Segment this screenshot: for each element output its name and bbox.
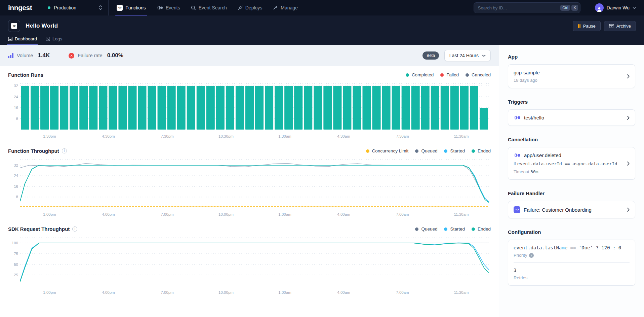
chevron-right-icon (627, 115, 630, 120)
failure-value: 0.00% (107, 52, 123, 59)
legend-label: Failed (446, 72, 459, 77)
brand-text: inngest (8, 4, 32, 12)
legend-label: Completed (412, 72, 434, 77)
nav-label: Event Search (199, 5, 227, 10)
tab-label: Dashboard (15, 36, 37, 41)
chart-title: SDK Request Throughput (8, 226, 70, 232)
info-icon[interactable]: i (529, 253, 534, 258)
trigger-card[interactable]: test/hello (508, 109, 635, 126)
configuration-card: event.data.lastName == 'Doe' ? 120 : 0 P… (508, 240, 635, 286)
app-heading: App (508, 54, 635, 60)
app-card[interactable]: gcp-sample 18 days ago (508, 64, 635, 88)
legend-label: Started (450, 226, 465, 232)
trigger-name: test/hello (524, 115, 544, 120)
legend-label: Concurrency Limit (372, 148, 409, 153)
legend-label: Ended (478, 148, 491, 153)
failure-handler-card[interactable]: <> Failure: Customer Onboarding (508, 201, 635, 218)
cancellation-expression: If event.data.userId == async.data.userI… (514, 161, 623, 166)
time-range-dropdown[interactable]: Last 24 Hours (444, 50, 491, 61)
nav-item-manage[interactable]: Manage (268, 0, 303, 15)
svg-text:16: 16 (14, 106, 18, 110)
configuration-heading: Configuration (508, 229, 635, 235)
archive-label: Archive (616, 24, 631, 29)
info-icon[interactable]: i (62, 148, 67, 153)
failure-icon: ✕ (69, 53, 74, 59)
ctrl-key-badge: Ctrl (560, 5, 570, 11)
inngest-logo[interactable]: inngest (0, 0, 41, 15)
nav-item-events[interactable]: Events (151, 0, 186, 15)
cancellation-heading: Cancellation (508, 137, 635, 142)
person-icon (596, 6, 602, 12)
triggers-section: Triggers test/hello (508, 99, 635, 126)
function-code-icon: <> (514, 206, 520, 213)
tab-dashboard[interactable]: Dashboard (8, 34, 37, 45)
cancellation-card[interactable]: app/user.deleted If event.data.userId ==… (508, 147, 635, 180)
priority-label-row: Priority i (514, 253, 630, 258)
chevron-down-icon (482, 55, 486, 57)
started-dot (444, 149, 447, 153)
chevron-right-icon (627, 207, 630, 212)
function-code-icon: <> (11, 23, 17, 29)
priority-expression: event.data.lastName == 'Doe' ? 120 : 0 (514, 245, 630, 250)
function-tabs: Dashboard Logs (0, 34, 644, 45)
environment-selector[interactable]: Production (41, 0, 108, 15)
queued-dot (415, 149, 418, 153)
tab-logs[interactable]: Logs (46, 34, 62, 45)
cancellation-timeout: Timeout 30m (514, 169, 623, 174)
right-sidebar: App gcp-sample 18 days ago Triggers (499, 45, 644, 317)
legend-label: Queued (421, 148, 437, 153)
svg-text:32: 32 (14, 84, 18, 88)
started-dot (444, 227, 447, 231)
failure-label: Failure rate (78, 53, 102, 58)
env-status-dot (48, 6, 50, 9)
info-icon[interactable]: i (72, 226, 77, 232)
nav-item-event-search[interactable]: Event Search (186, 0, 232, 15)
chevron-right-icon (627, 74, 630, 79)
time-range-label: Last 24 Hours (449, 53, 479, 58)
dashboard-icon (8, 37, 12, 41)
pause-button[interactable]: Pause (573, 21, 601, 31)
app-name: gcp-sample (514, 70, 623, 75)
cancellation-event-name: app/user.deleted (524, 152, 561, 158)
svg-text:16: 16 (14, 184, 18, 188)
event-trigger-icon (514, 115, 521, 120)
volume-icon (8, 53, 13, 58)
nav-label: Functions (125, 5, 146, 10)
archive-button[interactable]: Archive (604, 21, 636, 31)
nav-item-deploys[interactable]: Deploys (232, 0, 268, 15)
event-trigger-icon (514, 153, 521, 158)
cancellation-section: Cancellation app/user.deleted If event.d… (508, 137, 635, 180)
nav-label: Events (166, 5, 180, 10)
archive-icon (609, 24, 614, 28)
chevron-right-icon (627, 161, 630, 166)
chevron-down-icon (633, 7, 636, 9)
chart-title: Function Throughput (8, 148, 59, 154)
wrench-icon (273, 5, 278, 10)
nav-item-functions[interactable]: <> Functions (111, 0, 151, 15)
functions-icon: <> (117, 5, 123, 11)
function-throughput-legend: Concurrency Limit Queued Started Ended (366, 148, 491, 153)
events-icon (157, 5, 163, 10)
k-key-badge: K (571, 5, 578, 11)
retries-label: Retries (514, 275, 630, 280)
search-input[interactable] (478, 5, 559, 10)
sdk-throughput-chart: 100755025 (8, 235, 491, 288)
search-icon (191, 5, 196, 10)
retries-value: 3 (514, 268, 630, 273)
volume-value: 1.4K (38, 52, 50, 59)
chart-title: Function Runs (8, 72, 43, 78)
svg-text:50: 50 (14, 262, 18, 267)
user-menu[interactable]: Darwin Wu (588, 0, 644, 15)
pause-icon (578, 24, 580, 28)
function-throughput-chart: 3224168 (8, 157, 491, 210)
user-name: Darwin Wu (607, 5, 630, 10)
queued-dot (415, 227, 418, 231)
legend-label: Started (450, 148, 465, 153)
avatar (595, 3, 604, 12)
function-header: <> Hello World Pause Archive (0, 15, 644, 45)
function-runs-chart: 3224168 (8, 81, 491, 132)
nav-label: Manage (281, 5, 298, 10)
global-search[interactable]: Ctrl K (474, 2, 580, 13)
function-runs-x-axis: 1:30pm4:30pm7:30pm10:30pm1:30am4:30am7:3… (20, 134, 491, 138)
svg-text:24: 24 (14, 95, 18, 99)
